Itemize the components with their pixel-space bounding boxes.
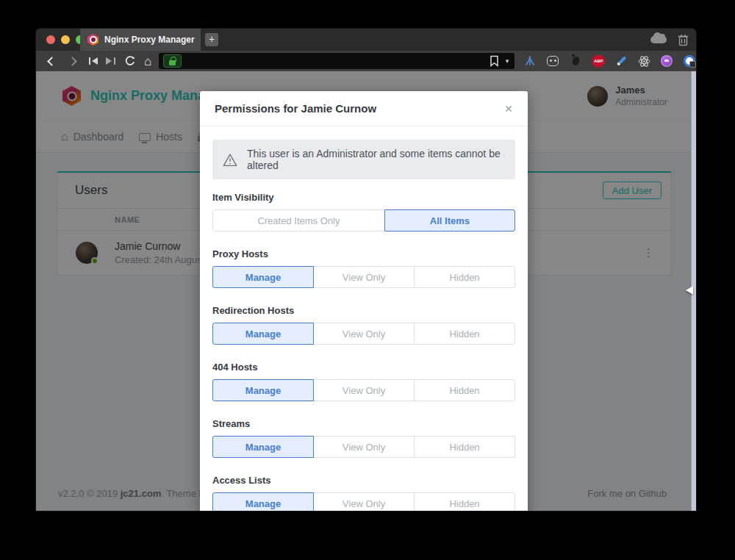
proxy-hosts-label: Proxy Hosts [212, 248, 515, 261]
browser-tab[interactable]: Nginx Proxy Manager [80, 29, 201, 51]
bookmark-icon[interactable] [490, 55, 499, 67]
404-hosts-hidden[interactable]: Hidden [414, 379, 515, 401]
redirection-hosts-label: Redirection Hosts [212, 304, 515, 317]
skip-to-start-button[interactable] [89, 57, 98, 65]
option-all-items[interactable]: All Items [384, 209, 515, 231]
npm-favicon-icon [87, 34, 98, 46]
streams-view-only[interactable]: View Only [313, 436, 415, 458]
home-button[interactable]: ⌂ [144, 55, 151, 68]
proxy-hosts-hidden[interactable]: Hidden [414, 266, 515, 288]
permissions-modal: Permissions for Jamie Curnow ✕ This user… [200, 91, 528, 511]
ssl-lock-icon[interactable] [163, 54, 182, 68]
alert-text: This user is an Administrator and some i… [247, 148, 505, 171]
proxy-hosts-options: Manage View Only Hidden [212, 266, 515, 288]
redirection-hosts-hidden[interactable]: Hidden [414, 323, 515, 345]
item-visibility-label: Item Visibility [212, 191, 515, 204]
browser-toolbar: ⌂ ▾ ABP [36, 51, 696, 71]
access-lists-hidden[interactable]: Hidden [414, 492, 515, 511]
option-created-items-only[interactable]: Created Items Only [212, 209, 385, 231]
404-hosts-view-only[interactable]: View Only [313, 379, 415, 401]
extension-claw-icon[interactable] [523, 54, 537, 68]
proxy-hosts-view-only[interactable]: View Only [313, 266, 415, 288]
404-hosts-label: 404 Hosts [212, 361, 515, 374]
redirection-hosts-manage[interactable]: Manage [212, 323, 314, 345]
skip-to-end-button[interactable] [106, 57, 115, 65]
close-icon[interactable]: ✕ [504, 104, 513, 114]
trash-icon[interactable] [678, 34, 689, 46]
warning-triangle-icon [223, 153, 237, 167]
reload-button[interactable] [124, 55, 136, 67]
streams-manage[interactable]: Manage [212, 436, 314, 458]
redirection-hosts-view-only[interactable]: View Only [313, 323, 415, 345]
browser-window: Nginx Proxy Manager + [35, 28, 697, 511]
address-bar[interactable]: ▾ [159, 53, 514, 69]
window-controls [46, 35, 85, 44]
access-lists-label: Access Lists [212, 474, 515, 487]
extension-pen-icon[interactable] [614, 54, 628, 68]
404-hosts-options: Manage View Only Hidden [212, 379, 515, 401]
item-visibility-options: Created Items Only All Items [212, 209, 515, 231]
mouse-cursor [681, 286, 693, 295]
extension-purple-icon[interactable] [660, 54, 673, 68]
desktop-background: Nginx Proxy Manager + [0, 0, 735, 560]
streams-hidden[interactable]: Hidden [414, 436, 515, 458]
admin-warning-alert: This user is an Administrator and some i… [212, 140, 515, 179]
extension-privacy-badger-icon[interactable] [683, 54, 696, 68]
tab-title: Nginx Proxy Manager [104, 35, 195, 45]
extension-icons: ABP [523, 54, 696, 68]
access-lists-view-only[interactable]: View Only [313, 492, 415, 511]
sync-cloud-icon[interactable] [650, 36, 667, 43]
bookmark-dropdown-caret-icon[interactable]: ▾ [506, 57, 509, 65]
back-button[interactable] [43, 58, 60, 65]
extension-gnome-foot-icon[interactable] [569, 54, 582, 68]
redirection-hosts-options: Manage View Only Hidden [212, 323, 515, 345]
streams-label: Streams [212, 417, 515, 431]
streams-options: Manage View Only Hidden [212, 436, 515, 458]
access-lists-manage[interactable]: Manage [212, 492, 314, 511]
proxy-hosts-manage[interactable]: Manage [212, 266, 314, 288]
minimize-window-button[interactable] [61, 35, 70, 44]
extension-discord-icon[interactable] [546, 54, 559, 68]
modal-title: Permissions for Jamie Curnow [215, 102, 376, 115]
access-lists-options: Manage View Only Hidden [212, 492, 515, 511]
close-window-button[interactable] [46, 35, 55, 44]
404-hosts-manage[interactable]: Manage [212, 379, 314, 401]
extension-adblock-plus-icon[interactable]: ABP [592, 54, 605, 68]
new-tab-button[interactable]: + [205, 33, 218, 46]
page-viewport: Nginx Proxy Manager James Administrator … [36, 71, 696, 511]
extension-atom-icon[interactable] [637, 54, 650, 68]
browser-tab-bar: Nginx Proxy Manager + [36, 29, 696, 51]
forward-button[interactable] [64, 58, 80, 65]
